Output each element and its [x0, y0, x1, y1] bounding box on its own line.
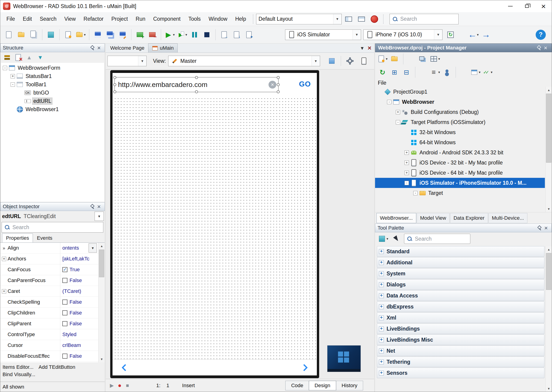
inspector-link[interactable]: Items Editor...: [2, 364, 34, 370]
help-button[interactable]: ?: [536, 30, 546, 40]
property-value-cell[interactable]: False: [60, 351, 98, 361]
device-frame-button[interactable]: [357, 55, 370, 67]
toolbar-button[interactable]: ▾: [401, 67, 412, 78]
menu-item[interactable]: Run: [132, 14, 149, 24]
search-input[interactable]: [12, 224, 101, 231]
toolbar-button[interactable]: ▾: [27, 28, 40, 41]
scroll-up-icon[interactable]: ▲: [545, 246, 552, 252]
toolbar-button[interactable]: ▾: [91, 28, 104, 41]
expander-icon[interactable]: [405, 140, 409, 145]
expand-icon[interactable]: [379, 282, 384, 287]
scroll-thumb[interactable]: [99, 250, 104, 277]
pin-icon[interactable]: [536, 225, 543, 231]
toolbar-button[interactable]: ▾: [429, 53, 440, 64]
property-value-cell[interactable]: [akLeft,akTc: [60, 253, 98, 264]
checkbox[interactable]: [62, 310, 67, 315]
inspector-link[interactable]: Bind Visually...: [2, 371, 35, 378]
clear-icon[interactable]: ×: [269, 81, 276, 89]
tree-row[interactable]: + iOS Device - 32 bit - My Mac profile: [375, 158, 545, 168]
navigate-back-button[interactable]: ▾: [467, 28, 480, 41]
palette-category[interactable]: LiveBindings: [377, 323, 545, 334]
toolbar-button[interactable]: ▾: [389, 53, 400, 64]
scroll-up-icon[interactable]: ▲: [545, 87, 552, 93]
selection-handle[interactable]: [195, 91, 198, 93]
tree-row[interactable]: + Android - Android SDK 24.3.3 32 bit: [375, 147, 545, 158]
menu-item[interactable]: Edit: [19, 14, 36, 24]
view-tab[interactable]: Code: [285, 381, 309, 390]
close-icon[interactable]: ×: [96, 203, 102, 210]
property-value[interactable]: False: [70, 277, 82, 283]
toolbar-button[interactable]: ▾: [74, 28, 87, 41]
search-input[interactable]: [415, 236, 468, 242]
checkbox[interactable]: [62, 354, 67, 359]
palette-category[interactable]: Net: [377, 345, 545, 356]
close-icon[interactable]: ×: [96, 45, 102, 51]
layout-combo[interactable]: Default Layout ▾: [256, 14, 342, 24]
panel-tab[interactable]: Data Explorer: [450, 213, 488, 223]
apply-style-button[interactable]: [326, 55, 338, 67]
property-gutter[interactable]: +: [2, 289, 6, 294]
forward-chevron-icon[interactable]: [300, 364, 308, 371]
expander-icon[interactable]: [11, 107, 15, 112]
scroll-thumb[interactable]: [546, 253, 551, 290]
scroll-up-icon[interactable]: ▲: [98, 243, 105, 249]
property-value[interactable]: False: [70, 310, 82, 316]
pin-icon[interactable]: [536, 45, 542, 51]
minimize-button[interactable]: [502, 0, 519, 12]
property-row[interactable]: DisableFocusEffec False: [0, 351, 98, 362]
expander-icon[interactable]: [18, 99, 23, 103]
close-icon[interactable]: ×: [543, 225, 549, 231]
property-search-box[interactable]: [2, 222, 103, 233]
toolbar-button[interactable]: ▾: [116, 28, 129, 41]
menu-item[interactable]: Window: [204, 14, 231, 24]
tree-row[interactable]: - Target Platforms (iOSSimulator): [375, 117, 545, 127]
selection-handle[interactable]: [113, 76, 116, 79]
toolbar-button[interactable]: ▾: [15, 28, 27, 41]
selection-handle[interactable]: [277, 76, 280, 79]
scroll-down-icon[interactable]: ▼: [545, 385, 552, 392]
object-selector-combo[interactable]: edtURL TClearingEdit ▾: [0, 211, 105, 222]
pin-icon[interactable]: [89, 203, 96, 210]
expand-icon[interactable]: [379, 326, 384, 331]
scroll-down-icon[interactable]: ▼: [98, 356, 105, 362]
expander-icon[interactable]: +: [405, 171, 409, 175]
url-edit-control[interactable]: http://www.embarcadero.com ×: [114, 77, 279, 92]
palette-search-box[interactable]: [404, 234, 470, 244]
tree-row[interactable]: + StatusBar1: [0, 72, 105, 80]
property-value[interactable]: (TCaret): [62, 288, 81, 294]
selection-handle[interactable]: [195, 76, 198, 79]
expander-icon[interactable]: -: [387, 100, 391, 104]
expander-icon[interactable]: -: [405, 181, 409, 185]
property-row[interactable]: ClipParent False: [0, 318, 98, 329]
expander-icon[interactable]: -: [396, 120, 400, 125]
inspector-tab[interactable]: Events: [33, 233, 56, 243]
stop-icon[interactable]: [124, 382, 131, 389]
view-combo[interactable]: Master ▾: [168, 56, 320, 66]
tree-row[interactable]: 64-bit Windows: [375, 137, 545, 147]
expand-icon[interactable]: [379, 337, 384, 342]
expander-icon[interactable]: +: [396, 110, 400, 114]
view-tab[interactable]: Design: [309, 381, 336, 390]
panel-tab[interactable]: Model View: [417, 213, 450, 223]
editor-tab[interactable]: uMain: [148, 43, 178, 52]
expand-icon[interactable]: [379, 293, 384, 298]
designer-options-button[interactable]: [344, 55, 356, 67]
tree-row[interactable]: - Target: [375, 188, 545, 198]
toolbar-button[interactable]: ▾: [470, 67, 481, 78]
expand-icon[interactable]: [379, 249, 384, 254]
tree-row[interactable]: + iOS Device - 64 bit - My Mac profile: [375, 168, 545, 178]
expander-icon[interactable]: [405, 130, 409, 135]
toolbar-button[interactable]: ▾: [176, 28, 188, 41]
property-row[interactable]: CheckSpelling False: [0, 297, 98, 308]
menu-item[interactable]: Component: [149, 14, 185, 24]
toolbar-button[interactable]: ▾: [45, 28, 57, 41]
property-row[interactable]: + Caret (TCaret): [0, 286, 98, 297]
toolbar-button[interactable]: ▾: [441, 67, 452, 78]
checkbox[interactable]: [62, 267, 67, 272]
component-selector-combo[interactable]: ▾: [107, 56, 147, 66]
target-device-combo[interactable]: iPhone 7 (iOS 10.0) ▾: [363, 29, 442, 40]
checkbox[interactable]: [62, 300, 67, 305]
status-badge-button[interactable]: [368, 14, 380, 25]
palette-category[interactable]: Dialogs: [377, 279, 545, 290]
palette-category[interactable]: Sensors: [377, 368, 545, 378]
